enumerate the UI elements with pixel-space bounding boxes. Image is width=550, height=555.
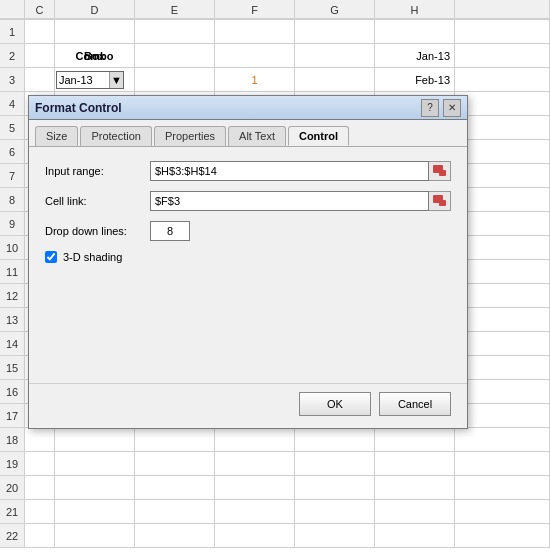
- tab-properties[interactable]: Properties: [154, 126, 226, 146]
- row-12: 12: [0, 284, 25, 308]
- col-header-e: E: [135, 0, 215, 19]
- cell-rest-10: [455, 236, 550, 260]
- row-4: 4: [0, 92, 25, 116]
- cell-rest-4: [455, 92, 550, 116]
- cell-h1[interactable]: [375, 20, 455, 44]
- cell-rest-7: [455, 164, 550, 188]
- range-picker-icon: [433, 165, 447, 177]
- tab-size[interactable]: Size: [35, 126, 78, 146]
- cell-g1[interactable]: [295, 20, 375, 44]
- cell-e2[interactable]: [135, 44, 215, 68]
- cell-g2[interactable]: [295, 44, 375, 68]
- col-header-g: G: [295, 0, 375, 19]
- input-range-label: Input range:: [45, 165, 150, 177]
- dialog-body: Input range: $H$3:$H$14 Cell link: $F$3: [29, 147, 467, 383]
- tab-alt-text[interactable]: Alt Text: [228, 126, 286, 146]
- combo-dropdown-value: Jan-13: [57, 68, 109, 92]
- cell-rest-11: [455, 260, 550, 284]
- input-range-field[interactable]: $H$3:$H$14: [150, 161, 429, 181]
- row-2: 2: [0, 44, 25, 68]
- dialog-title-buttons: ? ✕: [421, 99, 461, 117]
- col-header-f: F: [215, 0, 295, 19]
- shading-checkbox-row: 3-D shading: [45, 251, 451, 263]
- cell-h3[interactable]: Feb-13: [375, 68, 455, 92]
- cell-d1[interactable]: [55, 20, 135, 44]
- cell-h2[interactable]: Jan-13: [375, 44, 455, 68]
- svg-rect-1: [439, 170, 446, 176]
- cell-c1[interactable]: [25, 20, 55, 44]
- row-15: 15: [0, 356, 25, 380]
- row-headers: 1 2 3 4 5 6 7 8 9 10 11 12 13 14 15 16 1…: [0, 20, 25, 548]
- cell-link-field[interactable]: $F$3: [150, 191, 429, 211]
- dropdown-lines-input[interactable]: [150, 221, 190, 241]
- shading-label[interactable]: 3-D shading: [63, 251, 122, 263]
- dropdown-lines-row: Drop down lines:: [45, 221, 451, 241]
- cell-c3[interactable]: [25, 68, 55, 92]
- col-header-c: C: [25, 0, 55, 19]
- dialog-footer: OK Cancel: [29, 383, 467, 428]
- cell-link-value: $F$3: [155, 191, 424, 211]
- input-range-row: Input range: $H$3:$H$14: [45, 161, 451, 181]
- format-control-dialog: Format Control ? ✕ Size Protection Prope…: [28, 95, 468, 429]
- cell-f3[interactable]: 1: [215, 68, 295, 92]
- row-6: 6: [0, 140, 25, 164]
- row-3: 3: [0, 68, 25, 92]
- cell-rest-13: [455, 308, 550, 332]
- cell-rest-5: [455, 116, 550, 140]
- row-8: 8: [0, 188, 25, 212]
- tab-protection[interactable]: Protection: [80, 126, 152, 146]
- cell-c2[interactable]: [25, 44, 55, 68]
- dialog-close-button[interactable]: ✕: [443, 99, 461, 117]
- tab-control[interactable]: Control: [288, 126, 349, 146]
- row-18: 18: [0, 428, 25, 452]
- row-13: 13: [0, 308, 25, 332]
- cell-e3[interactable]: [135, 68, 215, 92]
- ok-button[interactable]: OK: [299, 392, 371, 416]
- row-20: 20: [0, 476, 25, 500]
- row-5: 5: [0, 116, 25, 140]
- cell-rest-6: [455, 140, 550, 164]
- col-header-rest: [455, 0, 550, 19]
- cell-rest-1: [455, 20, 550, 44]
- dialog-tabs: Size Protection Properties Alt Text Cont…: [29, 120, 467, 147]
- row-17: 17: [0, 404, 25, 428]
- col-header-d: D: [55, 0, 135, 19]
- dialog-help-button[interactable]: ?: [421, 99, 439, 117]
- cell-rest-8: [455, 188, 550, 212]
- cell-rest-3: [455, 68, 550, 92]
- row-10: 10: [0, 236, 25, 260]
- col-headers: C D E F G H: [0, 0, 550, 20]
- cell-link-label: Cell link:: [45, 195, 150, 207]
- corner-cell: [0, 0, 25, 19]
- row-9: 9: [0, 212, 25, 236]
- row-16: 16: [0, 380, 25, 404]
- cell-g3[interactable]: [295, 68, 375, 92]
- cancel-button[interactable]: Cancel: [379, 392, 451, 416]
- row-19: 19: [0, 452, 25, 476]
- cell-rest-2: [455, 44, 550, 68]
- dropdown-lines-label: Drop down lines:: [45, 225, 150, 237]
- cell-rest-12: [455, 284, 550, 308]
- row-7: 7: [0, 164, 25, 188]
- cell-e1[interactable]: [135, 20, 215, 44]
- input-range-button[interactable]: [429, 161, 451, 181]
- row-22: 22: [0, 524, 25, 548]
- dialog-spacer: [45, 273, 451, 373]
- cell-f2[interactable]: [215, 44, 295, 68]
- input-range-value: $H$3:$H$14: [155, 161, 424, 181]
- row-14: 14: [0, 332, 25, 356]
- grid-row-3: Jan-13 ▼ 1 Feb-13: [25, 68, 550, 92]
- cell-link-picker-icon: [433, 195, 447, 207]
- combo-dropdown-btn[interactable]: ▼: [109, 72, 123, 88]
- combo-box-label-box: Box: [55, 44, 135, 68]
- cell-rest-9: [455, 212, 550, 236]
- dialog-titlebar: Format Control ? ✕: [29, 96, 467, 120]
- cell-f1[interactable]: [215, 20, 295, 44]
- shading-checkbox[interactable]: [45, 251, 57, 263]
- cell-link-row: Cell link: $F$3: [45, 191, 451, 211]
- col-header-h: H: [375, 0, 455, 19]
- row-1: 1: [0, 20, 25, 44]
- cell-link-button[interactable]: [429, 191, 451, 211]
- cell-d3[interactable]: Jan-13 ▼: [55, 68, 135, 92]
- svg-rect-3: [439, 200, 446, 206]
